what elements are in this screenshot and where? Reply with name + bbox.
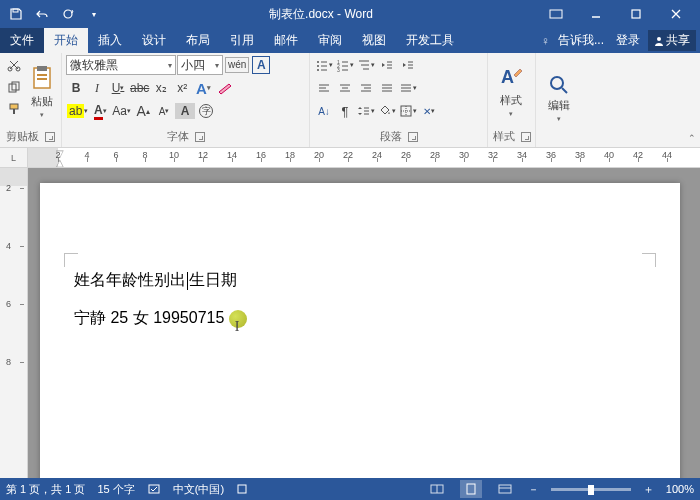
tab-view[interactable]: 视图	[352, 28, 396, 53]
align-left-button[interactable]	[314, 78, 334, 98]
strike-button[interactable]: abc	[129, 78, 150, 98]
highlight-button[interactable]: ab▾	[66, 101, 89, 121]
sort-button[interactable]: A↓	[314, 101, 334, 121]
tell-me[interactable]: 告诉我...	[554, 32, 608, 49]
svg-rect-62	[238, 485, 246, 493]
maximize-button[interactable]	[616, 0, 656, 28]
save-button[interactable]	[4, 2, 28, 26]
styles-launcher[interactable]	[521, 132, 531, 142]
cut-button[interactable]	[4, 55, 24, 75]
page-status[interactable]: 第 1 页，共 1 页	[6, 482, 85, 497]
print-layout-button[interactable]	[460, 480, 482, 498]
styles-icon: A	[498, 65, 524, 91]
share-button[interactable]: 共享	[648, 30, 696, 51]
ribbon-options-button[interactable]	[536, 0, 576, 28]
document-text[interactable]: 姓名年龄性别出生日期 宁静 25 女 19950715	[74, 261, 660, 338]
bullets-button[interactable]: ▾	[314, 55, 334, 75]
enclose-char-button[interactable]: 字	[196, 101, 216, 121]
font-launcher[interactable]	[195, 132, 205, 142]
phonetic-guide-button[interactable]: wén	[224, 55, 250, 75]
zoom-out-button[interactable]: －	[528, 482, 539, 497]
language-status[interactable]: 中文(中国)	[173, 482, 224, 497]
tab-references[interactable]: 引用	[220, 28, 264, 53]
show-marks-button[interactable]: ¶	[335, 101, 355, 121]
asian-layout-button[interactable]: ✕▾	[419, 101, 439, 121]
macro-icon[interactable]	[236, 483, 248, 495]
signin-button[interactable]: 登录	[612, 32, 644, 49]
zoom-in-button[interactable]: ＋	[643, 482, 654, 497]
proofing-icon[interactable]	[147, 482, 161, 496]
minimize-button[interactable]	[576, 0, 616, 28]
vertical-ruler[interactable]: 2468	[0, 168, 28, 478]
tab-selector[interactable]: L	[0, 148, 28, 167]
font-color-button[interactable]: A▾	[90, 101, 110, 121]
align-center-button[interactable]	[335, 78, 355, 98]
undo-button[interactable]	[30, 2, 54, 26]
line-spacing-button[interactable]: ▾	[356, 101, 376, 121]
editing-label: 编辑	[548, 98, 570, 113]
page[interactable]: 姓名年龄性别出生日期 宁静 25 女 19950715	[40, 183, 680, 478]
search-icon	[548, 74, 570, 96]
shrink-font-button[interactable]: A▾	[154, 101, 174, 121]
editing-button[interactable]: 编辑 ▾	[540, 55, 578, 142]
borders-button[interactable]: ▾	[398, 101, 418, 121]
paste-label: 粘贴	[31, 94, 53, 109]
align-right-button[interactable]	[356, 78, 376, 98]
tab-file[interactable]: 文件	[0, 28, 44, 53]
document-area[interactable]: 姓名年龄性别出生日期 宁静 25 女 19950715	[28, 168, 700, 478]
word-count[interactable]: 15 个字	[97, 482, 134, 497]
format-painter-button[interactable]	[4, 99, 24, 119]
italic-button[interactable]: I	[87, 78, 107, 98]
paragraph-launcher[interactable]	[408, 132, 418, 142]
char-border-button[interactable]: A	[251, 55, 271, 75]
web-layout-button[interactable]	[494, 480, 516, 498]
paragraph-group-label: 段落	[380, 129, 402, 144]
bold-button[interactable]: B	[66, 78, 86, 98]
svg-rect-13	[37, 66, 47, 71]
tab-insert[interactable]: 插入	[88, 28, 132, 53]
svg-point-20	[317, 69, 319, 71]
crop-mark	[642, 253, 656, 267]
qat-customize[interactable]: ▾	[82, 2, 106, 26]
char-shading-button[interactable]: A	[175, 103, 195, 119]
zoom-slider[interactable]	[551, 488, 631, 491]
subscript-button[interactable]: x₂	[151, 78, 171, 98]
increase-indent-button[interactable]	[398, 55, 418, 75]
font-size-combo[interactable]: 小四▾	[177, 55, 223, 75]
multilevel-button[interactable]: ▾	[356, 55, 376, 75]
tab-layout[interactable]: 布局	[176, 28, 220, 53]
superscript-button[interactable]: x²	[172, 78, 192, 98]
justify-button[interactable]	[377, 78, 397, 98]
shading-button[interactable]: ▾	[377, 101, 397, 121]
underline-button[interactable]: U▾	[108, 78, 128, 98]
grow-font-button[interactable]: A▴	[133, 101, 153, 121]
paste-button[interactable]: 粘贴 ▾	[26, 55, 57, 127]
hanging-indent-marker[interactable]: △	[56, 157, 64, 167]
zoom-level[interactable]: 100%	[666, 483, 694, 495]
read-mode-button[interactable]	[426, 480, 448, 498]
chevron-down-icon[interactable]: ▾	[165, 61, 172, 70]
collapse-ribbon-button[interactable]: ⌃	[688, 133, 696, 143]
change-case-button[interactable]: Aa▾	[111, 101, 132, 121]
numbering-button[interactable]: 123▾	[335, 55, 355, 75]
chevron-down-icon[interactable]: ▾	[212, 61, 219, 70]
clipboard-group-label: 剪贴板	[6, 129, 39, 144]
svg-point-5	[657, 37, 661, 41]
tab-home[interactable]: 开始	[44, 28, 88, 53]
svg-rect-15	[37, 78, 47, 80]
close-button[interactable]	[656, 0, 696, 28]
text-effects-button[interactable]: A▾	[193, 78, 213, 98]
copy-button[interactable]	[4, 77, 24, 97]
tab-mailings[interactable]: 邮件	[264, 28, 308, 53]
tab-design[interactable]: 设计	[132, 28, 176, 53]
distribute-button[interactable]: ▾	[398, 78, 418, 98]
horizontal-ruler[interactable]: 2468101214161820222426283032343638404244…	[28, 148, 700, 167]
tab-developer[interactable]: 开发工具	[396, 28, 464, 53]
clear-format-button[interactable]	[214, 78, 234, 98]
styles-button[interactable]: A 样式 ▾	[492, 55, 530, 127]
font-name-combo[interactable]: 微软雅黑▾	[66, 55, 176, 75]
decrease-indent-button[interactable]	[377, 55, 397, 75]
redo-button[interactable]	[56, 2, 80, 26]
tab-review[interactable]: 审阅	[308, 28, 352, 53]
clipboard-launcher[interactable]	[45, 132, 55, 142]
